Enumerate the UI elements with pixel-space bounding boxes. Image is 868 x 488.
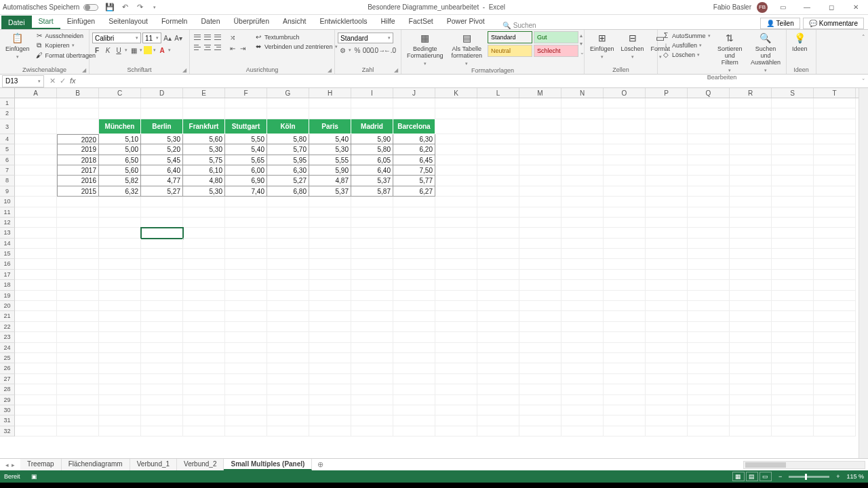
row-header[interactable]: 6 [0,155,15,165]
cell[interactable] [604,280,646,290]
cell[interactable] [183,249,225,259]
gallery-more-icon[interactable]: ⌄ [580,49,585,56]
col-header[interactable]: A [15,88,57,98]
cell[interactable] [519,98,561,108]
cell[interactable] [646,311,688,321]
cell[interactable] [99,426,141,436]
cell[interactable]: 5,30 [183,186,225,197]
tab-daten[interactable]: Daten [194,14,226,29]
cell[interactable] [772,119,814,134]
cell[interactable] [561,363,604,373]
cell[interactable] [435,218,477,228]
cell[interactable] [351,259,393,269]
cell[interactable] [99,322,141,332]
cell[interactable] [772,374,814,384]
cell[interactable] [15,134,57,144]
cell[interactable] [309,239,351,249]
row-header[interactable]: 2 [0,108,15,119]
cell[interactable]: 5,82 [99,176,141,186]
cell[interactable] [772,363,814,373]
cell[interactable] [183,395,225,405]
format-table-button[interactable]: ▤Als Tabelle formatieren▾ [449,31,486,67]
cell[interactable] [99,363,141,373]
cell[interactable] [15,249,57,259]
cell[interactable] [57,322,99,332]
cell[interactable] [435,207,477,218]
cell[interactable]: 5,80 [351,144,393,155]
cell[interactable] [772,228,814,238]
col-header[interactable]: C [99,88,141,98]
view-normal-icon[interactable]: ▦ [732,472,745,481]
cell[interactable] [15,176,57,186]
cell[interactable] [814,270,856,280]
cell[interactable] [561,218,604,228]
cell[interactable] [267,384,309,394]
maximize-icon[interactable]: ◻ [822,1,841,14]
cell[interactable] [99,259,141,269]
clear-button[interactable]: ◇Löschen▾ [660,50,712,59]
cell[interactable] [814,426,856,436]
cell[interactable] [57,415,99,426]
cell[interactable] [99,291,141,301]
cell[interactable] [477,405,519,415]
tab-ansicht[interactable]: Ansicht [276,14,313,29]
cell[interactable]: 6,00 [225,165,267,176]
cell[interactable] [814,384,856,394]
cell[interactable] [730,186,772,197]
cell-grid[interactable]: 123MünchenBerlinFrankfurtStuttgartKölnPa… [0,98,859,436]
cell[interactable] [477,186,519,197]
cell[interactable] [477,155,519,165]
col-header[interactable]: J [393,88,435,98]
cell[interactable]: 6,50 [99,155,141,165]
cell[interactable] [15,353,57,363]
cell[interactable] [225,249,267,259]
cell[interactable] [99,301,141,311]
cell[interactable] [99,98,141,108]
cell[interactable] [351,249,393,259]
sheet-tab[interactable]: Flächendiagramm [62,459,130,470]
cell[interactable] [225,218,267,228]
cell[interactable] [730,322,772,332]
cell[interactable]: 2016 [57,176,99,186]
cell[interactable] [267,280,309,290]
avatar[interactable]: FB [757,2,768,13]
insert-cells-button[interactable]: ⊞Einfügen▾ [587,31,617,61]
cell[interactable] [141,291,183,301]
cell[interactable] [772,405,814,415]
cell[interactable] [225,98,267,108]
cell[interactable] [477,218,519,228]
cell[interactable] [519,363,561,373]
cell[interactable] [183,332,225,342]
cell[interactable] [141,415,183,426]
cell[interactable] [99,374,141,384]
cell[interactable] [15,322,57,332]
cell[interactable] [604,239,646,249]
cell[interactable] [435,395,477,405]
cell[interactable] [99,207,141,218]
cell[interactable] [393,405,435,415]
cell[interactable] [772,384,814,394]
cell[interactable] [393,332,435,342]
cell[interactable]: 6,45 [393,155,435,165]
cell[interactable] [688,98,730,108]
cell[interactable] [688,119,730,134]
cell[interactable] [646,119,688,134]
cell[interactable] [225,322,267,332]
cell[interactable] [351,270,393,280]
cell[interactable] [646,270,688,280]
cell[interactable] [435,239,477,249]
cell[interactable] [561,405,604,415]
cell[interactable] [646,301,688,311]
cell[interactable] [15,374,57,384]
cell[interactable] [561,176,604,186]
cell[interactable]: 6,90 [225,176,267,186]
cell[interactable] [309,415,351,426]
cell[interactable] [435,249,477,259]
cell[interactable]: 5,90 [351,134,393,144]
cell[interactable] [604,332,646,342]
zoom-slider[interactable] [789,476,829,478]
cell[interactable] [519,134,561,144]
row-header[interactable]: 13 [0,228,15,238]
cell[interactable]: 6,40 [351,165,393,176]
cell[interactable] [814,134,856,144]
